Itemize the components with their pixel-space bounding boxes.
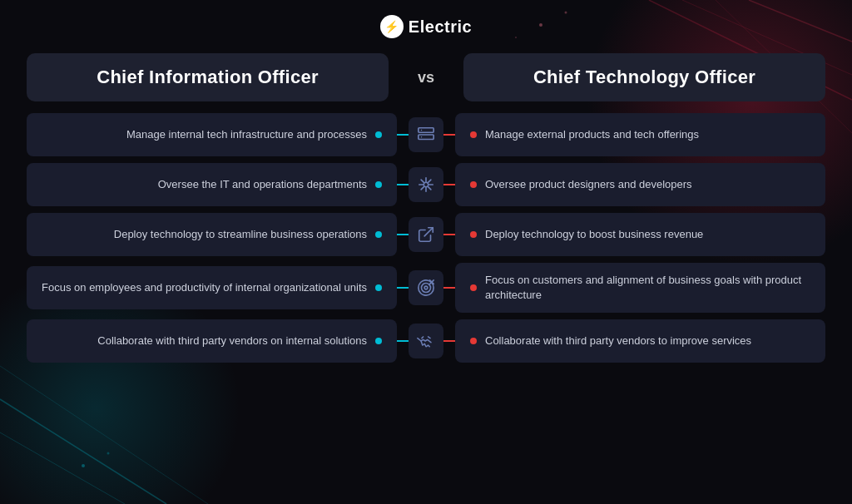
svg-point-15 bbox=[421, 136, 422, 137]
cell-left-1: Oversee the IT and operations department… bbox=[27, 163, 397, 206]
svg-line-21 bbox=[421, 180, 424, 182]
icon-circle-2 bbox=[409, 217, 443, 252]
cio-title: Chief Information Officer bbox=[97, 67, 319, 87]
center-icon-area-0 bbox=[397, 117, 455, 152]
cell-left-4: Collaborate with third party vendors on … bbox=[27, 319, 397, 363]
comparison-row: Focus on employees and productivity of i… bbox=[27, 263, 825, 313]
header-right: Chief Technology Officer bbox=[455, 53, 825, 101]
svg-rect-13 bbox=[419, 135, 433, 140]
cell-left-text-4: Collaborate with third party vendors on … bbox=[97, 334, 367, 348]
rows-container: Manage internal tech infrastructure and … bbox=[27, 113, 825, 363]
cell-left-text-2: Deploy technology to streamline business… bbox=[114, 227, 367, 242]
icon-circle-1 bbox=[409, 167, 443, 202]
icon-circle-3 bbox=[409, 270, 443, 305]
cell-right-text-2: Deploy technology to boost business reve… bbox=[485, 227, 703, 242]
center-icon-area-2 bbox=[397, 217, 455, 252]
cell-left-text-3: Focus on employees and productivity of i… bbox=[42, 280, 367, 295]
cell-left-text-0: Manage internal tech infrastructure and … bbox=[126, 127, 367, 142]
cell-right-0: Manage external products and tech offeri… bbox=[455, 113, 825, 156]
svg-point-14 bbox=[421, 130, 422, 131]
cell-right-text-3: Focus on customers and alignment of busi… bbox=[485, 273, 810, 303]
vs-label: vs bbox=[418, 69, 434, 86]
svg-rect-12 bbox=[419, 128, 433, 133]
header-row: Chief Information Officer vs Chief Techn… bbox=[27, 53, 825, 101]
icon-circle-4 bbox=[409, 324, 443, 358]
comparison-row: Collaborate with third party vendors on … bbox=[27, 319, 825, 363]
svg-line-23 bbox=[428, 180, 431, 182]
cio-title-box: Chief Information Officer bbox=[27, 53, 389, 101]
svg-line-24 bbox=[421, 187, 424, 190]
vs-box: vs bbox=[397, 69, 455, 86]
cell-right-4: Collaborate with third party vendors to … bbox=[455, 319, 825, 363]
cell-right-text-0: Manage external products and tech offeri… bbox=[485, 127, 699, 142]
main-container: ⚡ Electric Chief Information Officer vs … bbox=[0, 0, 852, 504]
logo-text: Electric bbox=[409, 17, 472, 37]
logo-icon: ⚡ bbox=[380, 15, 404, 38]
cell-left-0: Manage internal tech infrastructure and … bbox=[27, 113, 397, 156]
cto-title: Chief Technology Officer bbox=[533, 67, 755, 87]
comparison-row: Manage internal tech infrastructure and … bbox=[27, 113, 825, 156]
comparison-row: Deploy technology to streamline business… bbox=[27, 213, 825, 256]
cell-right-1: Oversee product designers and developers bbox=[455, 163, 825, 206]
header-left: Chief Information Officer bbox=[27, 53, 397, 101]
cell-right-2: Deploy technology to boost business reve… bbox=[455, 213, 825, 256]
svg-line-22 bbox=[428, 187, 431, 190]
cell-right-text-1: Oversee product designers and developers bbox=[485, 177, 692, 192]
cell-left-2: Deploy technology to streamline business… bbox=[27, 213, 397, 256]
icon-circle-0 bbox=[409, 117, 443, 152]
logo: ⚡ Electric bbox=[380, 15, 472, 38]
center-icon-area-3 bbox=[397, 270, 455, 305]
cell-left-text-1: Oversee the IT and operations department… bbox=[158, 177, 367, 192]
svg-line-25 bbox=[424, 228, 433, 236]
svg-point-28 bbox=[424, 286, 428, 289]
comparison-row: Oversee the IT and operations department… bbox=[27, 163, 825, 206]
cell-right-text-4: Collaborate with third party vendors to … bbox=[485, 334, 751, 348]
center-icon-area-4 bbox=[397, 324, 455, 358]
cto-title-box: Chief Technology Officer bbox=[463, 53, 825, 101]
center-icon-area-1 bbox=[397, 167, 455, 202]
cell-right-3: Focus on customers and alignment of busi… bbox=[455, 263, 825, 313]
cell-left-3: Focus on employees and productivity of i… bbox=[27, 266, 397, 309]
